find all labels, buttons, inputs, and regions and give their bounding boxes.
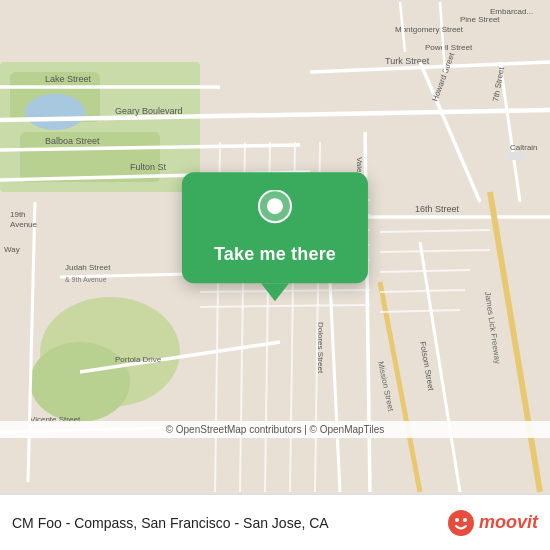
svg-text:Judah Street: Judah Street [65,263,111,272]
svg-point-70 [267,198,283,214]
svg-text:Lake Street: Lake Street [45,74,92,84]
svg-text:Caltrain: Caltrain [510,143,538,152]
svg-text:Way: Way [4,245,20,254]
svg-point-6 [30,342,130,422]
svg-rect-48 [508,152,526,160]
svg-text:Fulton St: Fulton St [130,162,167,172]
take-me-there-button[interactable]: Take me there [214,244,336,265]
svg-text:16th Street: 16th Street [415,204,460,214]
moovit-wordmark: moovit [479,512,538,533]
popup-card: Take me there [182,172,368,283]
moovit-icon [447,509,475,537]
map-area: Lake Street Geary Boulevard Balboa Stree… [0,0,550,494]
svg-point-73 [463,518,467,522]
svg-text:& 9th Avenue: & 9th Avenue [65,276,107,283]
svg-point-4 [25,94,85,130]
footer: CM Foo - Compass, San Francisco - San Jo… [0,494,550,550]
map-attribution: © OpenStreetMap contributors | © OpenMap… [0,421,550,438]
popup-overlay: Take me there [182,172,368,301]
svg-text:Balboa Street: Balboa Street [45,136,100,146]
svg-text:Portola Drive: Portola Drive [115,355,162,364]
svg-text:Avenue: Avenue [10,220,38,229]
svg-text:Geary Boulevard: Geary Boulevard [115,106,183,116]
svg-text:Embarcad...: Embarcad... [490,7,533,16]
moovit-logo: moovit [447,509,538,537]
app-container: Lake Street Geary Boulevard Balboa Stree… [0,0,550,550]
svg-point-72 [455,518,459,522]
svg-text:Montgomery Street: Montgomery Street [395,25,464,34]
location-pin-icon [253,190,297,234]
svg-text:Turk Street: Turk Street [385,56,430,66]
svg-text:Pine Street: Pine Street [460,15,500,24]
popup-pointer [261,283,289,301]
footer-text: CM Foo - Compass, San Francisco - San Jo… [12,515,329,531]
svg-point-71 [448,510,474,536]
svg-text:19th: 19th [10,210,26,219]
svg-text:Powell Street: Powell Street [425,43,473,52]
